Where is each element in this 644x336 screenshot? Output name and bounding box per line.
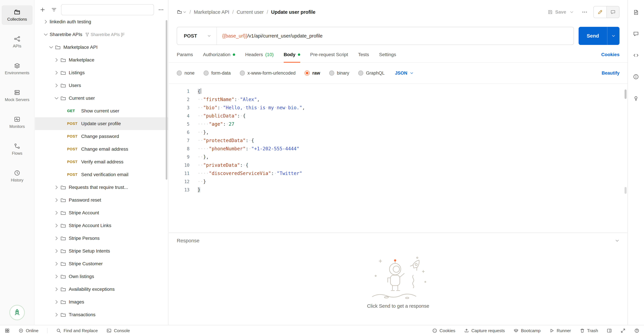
send-options-button[interactable] — [607, 27, 620, 45]
tab-tests[interactable]: Tests — [358, 47, 369, 62]
editor-line[interactable]: 2··"firstName":·"Alex", — [169, 95, 628, 104]
chevron-right-icon[interactable] — [54, 299, 59, 305]
editor-line[interactable]: 1{ — [169, 87, 628, 95]
activity-item-monitors[interactable]: Monitors — [2, 113, 32, 132]
statusbar-panel[interactable] — [607, 328, 612, 333]
folder-current-user[interactable]: Current user — [35, 92, 168, 105]
folder-users[interactable]: Users — [35, 79, 168, 92]
chevron-right-icon[interactable] — [54, 261, 59, 267]
editor-line[interactable]: 3··"bio":·"Hello,·this·is·my·new·bio.", — [169, 104, 628, 112]
chevron-right-icon[interactable] — [54, 274, 59, 279]
editor-line[interactable]: 4··"publicData":·{ — [169, 112, 628, 120]
statusbar-bootcamp[interactable]: Bootcamp — [514, 328, 540, 333]
sidebar-scrollbar[interactable] — [166, 20, 167, 180]
request-send-verification-email[interactable]: POSTSend verification email — [35, 168, 168, 181]
request-verify-email-address[interactable]: POSTVerify email address — [35, 156, 168, 168]
chevron-right-icon[interactable] — [54, 236, 59, 241]
request-show-current-user[interactable]: GETShow current user — [35, 105, 168, 117]
tab-settings[interactable]: Settings — [379, 47, 396, 62]
breadcrumb-item-update-user-profile[interactable]: Update user profile — [271, 9, 316, 15]
request-update-user-profile[interactable]: POSTUpdate user profile — [35, 117, 168, 130]
editor-line[interactable]: 8····"phoneNumber":·"+1-202-555-4444" — [169, 145, 628, 153]
chevron-down-icon[interactable] — [43, 32, 49, 37]
save-button[interactable]: Save — [545, 7, 569, 17]
language-select[interactable]: JSON — [395, 70, 414, 76]
beautify-link[interactable]: Beautify — [602, 70, 620, 76]
editor-line[interactable]: 9··}, — [169, 153, 628, 161]
activity-item-mock-servers[interactable]: Mock Servers — [2, 86, 32, 105]
folder-requests-that-require-trust[interactable]: Requests that require trust... — [35, 181, 168, 194]
folder-stripe-setup-intents[interactable]: Stripe Setup Intents — [35, 245, 168, 257]
folder-password-reset[interactable]: Password reset — [35, 194, 168, 206]
editor-line[interactable]: 10··"privateData":·{ — [169, 161, 628, 169]
body-type-graphql[interactable]: GraphQL — [358, 70, 384, 76]
folder-own-listings[interactable]: Own listings — [35, 270, 168, 283]
folder-stripe-customer[interactable]: Stripe Customer — [35, 257, 168, 270]
method-select[interactable]: POST — [177, 27, 217, 44]
save-options-chevron-icon[interactable] — [569, 10, 576, 14]
chevron-down-icon[interactable] — [48, 44, 54, 50]
editor-line[interactable]: 5····"age":·27 — [169, 120, 628, 128]
tab-body[interactable]: Body — [284, 47, 300, 62]
chevron-right-icon[interactable] — [54, 57, 59, 63]
folder-listings[interactable]: Listings — [35, 66, 168, 79]
folder-stripe-account[interactable]: Stripe Account — [35, 206, 168, 219]
folder-transactions[interactable]: Transactions — [35, 308, 168, 321]
sidebar-more-button[interactable] — [157, 5, 165, 14]
collection-sharetribe-apis[interactable]: Sharetribe APIsSharetribe APIs [F — [35, 28, 168, 41]
statusbar-online[interactable]: Online — [18, 328, 38, 333]
activity-item-collections[interactable]: Collections — [2, 5, 32, 25]
chevron-right-icon[interactable] — [43, 19, 49, 25]
chevron-right-icon[interactable] — [54, 197, 59, 203]
breadcrumb-item-current-user[interactable]: Current user — [237, 9, 264, 15]
body-type-x-www-form-urlencoded[interactable]: x-www-form-urlencoded — [240, 70, 296, 76]
tab-pre-request-script[interactable]: Pre-request Script — [310, 47, 348, 62]
tab-headers[interactable]: Headers(10) — [245, 47, 274, 62]
response-collapse-chevron-icon[interactable] — [615, 238, 620, 243]
chevron-down-icon[interactable] — [54, 95, 59, 101]
folder-marketplace-api[interactable]: Marketplace API — [35, 41, 168, 54]
avatar[interactable] — [10, 305, 25, 320]
sidebar-search-input[interactable] — [61, 4, 154, 15]
folder-process-transitions[interactable]: Process transitions — [35, 321, 168, 325]
activity-item-flows[interactable]: Flows — [2, 139, 32, 159]
send-button[interactable]: Send — [578, 27, 607, 45]
request-change-password[interactable]: POSTChange password — [35, 130, 168, 143]
folder-marketplace[interactable]: Marketplace — [35, 54, 168, 66]
code-button[interactable] — [631, 51, 641, 60]
request-body-editor[interactable]: 1{2··"firstName":·"Alex",3··"bio":·"Hell… — [169, 84, 628, 233]
new-button[interactable] — [38, 5, 47, 14]
chevron-right-icon[interactable] — [54, 223, 59, 228]
editor-line[interactable]: 12··} — [169, 177, 628, 186]
statusbar-cookies[interactable]: Cookies — [432, 328, 455, 333]
chevron-right-icon[interactable] — [54, 248, 59, 254]
url-input[interactable]: {{base_url}}/v1/api/current_user/update_… — [217, 27, 574, 44]
documentation-button[interactable] — [631, 8, 641, 17]
chevron-right-icon[interactable] — [54, 210, 59, 216]
filter-button[interactable] — [50, 5, 58, 14]
statusbar-find-and-replace[interactable]: Find and Replace — [56, 328, 98, 333]
folder-stripe-account-links[interactable]: Stripe Account Links — [35, 219, 168, 232]
folder-availability-exceptions[interactable]: Availability exceptions — [35, 283, 168, 296]
statusbar-grid[interactable] — [5, 328, 10, 333]
statusbar-console[interactable]: Console — [106, 328, 130, 333]
folder-stripe-persons[interactable]: Stripe Persons — [35, 232, 168, 245]
chevron-right-icon[interactable] — [54, 83, 59, 88]
body-type-form-data[interactable]: form-data — [204, 70, 231, 76]
breadcrumb-item-marketplace-api[interactable]: Marketplace API — [194, 9, 229, 15]
statusbar-runner[interactable]: Runner — [549, 328, 571, 333]
body-type-binary[interactable]: binary — [329, 70, 349, 76]
folder-images[interactable]: Images — [35, 296, 168, 308]
editor-line[interactable]: 13} — [169, 186, 628, 194]
chevron-right-icon[interactable] — [54, 185, 59, 190]
statusbar-capture-requests[interactable]: Capture requests — [464, 328, 505, 333]
request-more-button[interactable] — [580, 7, 589, 17]
body-type-none[interactable]: none — [177, 70, 194, 76]
cookies-link[interactable]: Cookies — [601, 52, 620, 57]
editor-line[interactable]: 6··}, — [169, 128, 628, 136]
body-type-raw[interactable]: raw — [304, 70, 320, 76]
activity-item-apis[interactable]: APIs — [2, 32, 32, 52]
collection-switch-button[interactable] — [177, 9, 186, 15]
tab-params[interactable]: Params — [177, 47, 193, 62]
chevron-right-icon[interactable] — [54, 312, 59, 318]
